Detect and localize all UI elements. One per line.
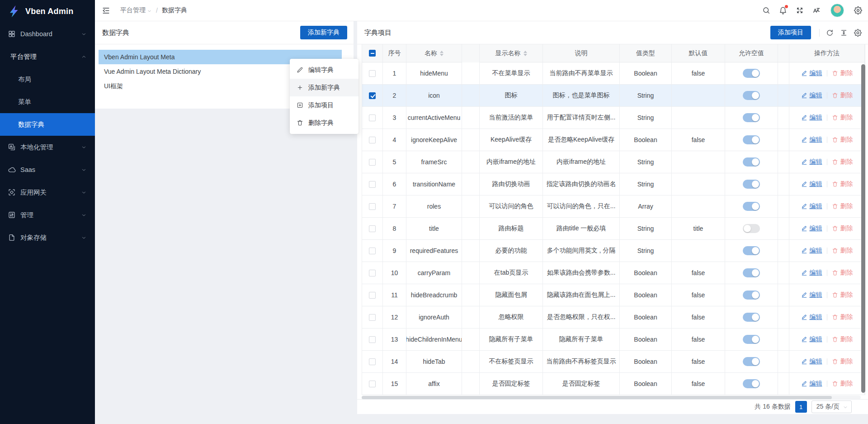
breadcrumb-parent[interactable]: 平台管理 — [120, 6, 152, 14]
edit-link[interactable]: 编辑 — [801, 180, 822, 188]
page-size-select[interactable]: 25 条/页 — [811, 400, 852, 413]
delete-link[interactable]: 删除 — [832, 269, 853, 277]
edit-link[interactable]: 编辑 — [801, 247, 822, 255]
add-item-button[interactable]: 添加项目 — [770, 26, 811, 39]
nullable-toggle[interactable] — [743, 335, 760, 344]
edit-link[interactable]: 编辑 — [801, 69, 822, 77]
delete-link[interactable]: 删除 — [832, 136, 853, 144]
row-checkbox[interactable] — [369, 92, 376, 99]
column-settings-icon[interactable] — [854, 29, 862, 37]
delete-link[interactable]: 删除 — [832, 91, 853, 100]
menu-fold-icon[interactable] — [102, 6, 110, 15]
edit-link[interactable]: 编辑 — [801, 357, 822, 366]
sidebar-item-data-dictionary[interactable]: 数据字典 — [0, 113, 95, 136]
delete-link[interactable]: 删除 — [832, 380, 853, 388]
nullable-toggle[interactable] — [743, 313, 760, 322]
edit-link[interactable]: 编辑 — [801, 269, 822, 277]
context-menu-item[interactable]: 编辑字典 — [290, 61, 359, 79]
user-avatar[interactable] — [830, 4, 844, 17]
notifications-button[interactable] — [779, 6, 787, 14]
edit-link[interactable]: 编辑 — [801, 313, 822, 321]
edit-link[interactable]: 编辑 — [801, 136, 822, 144]
sidebar-item-locale[interactable]: 本地化管理 — [0, 136, 95, 158]
row-checkbox[interactable] — [369, 292, 376, 299]
row-checkbox[interactable] — [369, 181, 376, 188]
edit-link[interactable]: 编辑 — [801, 202, 822, 210]
nullable-toggle[interactable] — [743, 157, 760, 167]
row-checkbox[interactable] — [369, 114, 376, 121]
cell-actions: 编辑删除 — [789, 262, 865, 284]
nullable-toggle[interactable] — [743, 246, 760, 255]
nullable-toggle[interactable] — [743, 224, 760, 233]
row-checkbox[interactable] — [369, 225, 376, 232]
row-checkbox[interactable] — [369, 381, 376, 387]
sidebar-item-gateway[interactable]: 应用网关 — [0, 181, 95, 204]
sidebar-item-platform[interactable]: 平台管理 — [0, 45, 95, 68]
delete-link[interactable]: 删除 — [832, 291, 853, 299]
delete-link[interactable]: 删除 — [832, 313, 853, 321]
nullable-toggle[interactable] — [743, 135, 760, 144]
row-checkbox[interactable] — [369, 336, 376, 343]
fullscreen-icon[interactable] — [796, 6, 804, 14]
app-logo[interactable]: Vben Admin — [0, 0, 95, 23]
edit-link[interactable]: 编辑 — [801, 291, 822, 299]
context-menu-item[interactable]: 添加项目 — [290, 96, 359, 114]
sort-icon[interactable] — [440, 51, 443, 56]
nullable-toggle[interactable] — [743, 69, 760, 78]
select-all-checkbox[interactable] — [369, 50, 376, 57]
row-height-icon[interactable] — [840, 29, 848, 37]
edit-link[interactable]: 编辑 — [801, 380, 822, 388]
nullable-toggle[interactable] — [743, 202, 760, 211]
delete-link[interactable]: 删除 — [832, 158, 853, 166]
page-1-button[interactable]: 1 — [795, 401, 807, 413]
delete-link[interactable]: 删除 — [832, 357, 853, 366]
vertical-scrollbar[interactable] — [861, 64, 865, 393]
delete-link[interactable]: 删除 — [832, 180, 853, 188]
row-checkbox[interactable] — [369, 358, 376, 365]
nullable-toggle[interactable] — [743, 91, 760, 100]
edit-link[interactable]: 编辑 — [801, 224, 822, 233]
row-checkbox[interactable] — [369, 159, 376, 166]
column-header-name[interactable]: 名称 — [406, 44, 462, 62]
nullable-toggle[interactable] — [743, 268, 760, 277]
sidebar-item-layout[interactable]: 布局 — [0, 68, 95, 91]
sidebar-item-object-storage[interactable]: 对象存储 — [0, 226, 95, 249]
refresh-icon[interactable] — [826, 29, 834, 37]
delete-label: 删除 — [840, 180, 853, 188]
nullable-toggle[interactable] — [743, 291, 760, 300]
edit-link[interactable]: 编辑 — [801, 158, 822, 166]
nullable-toggle[interactable] — [743, 180, 760, 189]
nullable-toggle[interactable] — [743, 357, 760, 366]
search-icon[interactable] — [762, 6, 770, 14]
sidebar-item-saas[interactable]: Saas — [0, 158, 95, 181]
context-menu-item[interactable]: 添加新字典 — [290, 79, 359, 96]
delete-link[interactable]: 删除 — [832, 69, 853, 77]
row-checkbox[interactable] — [369, 70, 376, 77]
horizontal-scrollbar-thumb[interactable] — [362, 396, 832, 399]
delete-link[interactable]: 删除 — [832, 224, 853, 233]
translate-icon[interactable] — [812, 6, 821, 14]
sidebar-item-admin[interactable]: 管理 — [0, 204, 95, 226]
row-checkbox[interactable] — [369, 137, 376, 143]
row-checkbox[interactable] — [369, 314, 376, 321]
delete-link[interactable]: 删除 — [832, 114, 853, 122]
delete-link[interactable]: 删除 — [832, 335, 853, 343]
settings-gear-icon[interactable] — [854, 6, 862, 14]
nullable-toggle[interactable] — [743, 113, 760, 122]
sidebar-item-dashboard[interactable]: Dashboard — [0, 23, 95, 45]
app-root: Vben Admin Dashboard平台管理布局菜单数据字典本地化管理Saa… — [0, 0, 868, 424]
edit-link[interactable]: 编辑 — [801, 114, 822, 122]
sidebar-item-menu[interactable]: 菜单 — [0, 91, 95, 113]
nullable-toggle[interactable] — [743, 379, 760, 388]
delete-link[interactable]: 删除 — [832, 202, 853, 210]
row-checkbox[interactable] — [369, 248, 376, 254]
add-dictionary-button[interactable]: 添加新字典 — [300, 26, 347, 39]
column-header-display[interactable]: 显示名称 — [480, 44, 543, 62]
edit-link[interactable]: 编辑 — [801, 91, 822, 100]
row-checkbox[interactable] — [369, 270, 376, 276]
delete-link[interactable]: 删除 — [832, 247, 853, 255]
edit-link[interactable]: 编辑 — [801, 335, 822, 343]
row-checkbox[interactable] — [369, 203, 376, 210]
context-menu-item[interactable]: 删除字典 — [290, 114, 359, 132]
sort-icon[interactable] — [524, 51, 527, 56]
